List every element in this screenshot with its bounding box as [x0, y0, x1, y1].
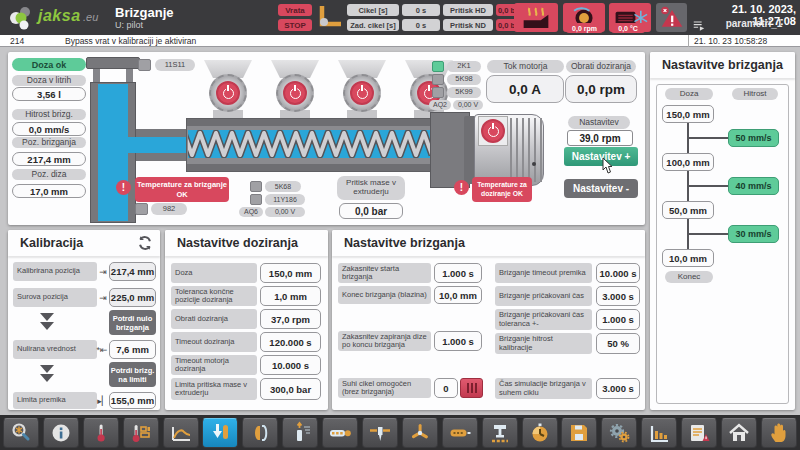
toolbar-button-clamp[interactable]: [482, 418, 518, 448]
poz-diza-value: 17,0 mm: [12, 184, 86, 198]
hitrost-kalibracije-value[interactable]: 50 %: [596, 333, 640, 354]
potrdi-limita-button[interactable]: Potrdi brizg. na limiti: [109, 362, 156, 387]
timeout-doziranja-value[interactable]: 120.000 s: [260, 332, 321, 352]
stop-button[interactable]: STOP: [278, 19, 312, 31]
temp-badge: 0,0 °C: [611, 23, 645, 33]
nastavitev-input[interactable]: 39,0 rpm: [567, 130, 633, 146]
refresh-icon[interactable]: [136, 234, 154, 252]
hopper-2-power-button[interactable]: [283, 81, 307, 105]
alarm-button[interactable]: [656, 3, 687, 32]
nastavitev-minus-button[interactable]: Nastavitev -: [564, 179, 638, 198]
heating-button[interactable]: [514, 3, 558, 32]
obrati-value[interactable]: 37,0 rpm: [260, 309, 321, 329]
doza-value[interactable]: 150,0 mm: [260, 263, 321, 283]
indicator-5k98: [432, 74, 444, 85]
toolbar-button-diagnostics[interactable]: [3, 418, 39, 448]
kalibrirana-pozicija-label: Kalibrirana pozicija: [13, 262, 97, 281]
doziranje-title: Nastavitve doziranja: [165, 230, 328, 256]
profil-hitrost-2[interactable]: 40 mm/s: [728, 177, 779, 195]
toolbar-button-temperature-zones[interactable]: [123, 418, 159, 448]
hopper-1-power-button[interactable]: [216, 81, 240, 105]
vrata-button[interactable]: Vrata: [278, 4, 312, 16]
timeout-doziranja-label: Timeout doziranja: [171, 332, 257, 352]
sensor-5k98-label: 5K98: [447, 74, 481, 85]
double-down-arrow-icon: [40, 365, 54, 382]
pricakovani-cas-label: Brizganje pričakovani čas: [495, 286, 592, 306]
aq2-label: AQ2: [429, 100, 451, 110]
injection-icon: [208, 421, 232, 445]
toolbar-button-dosing[interactable]: [282, 418, 318, 448]
toolbar-button-nozzle[interactable]: [362, 418, 398, 448]
press-curve-icon: [169, 421, 193, 445]
jaksa-logo-icon: [8, 4, 36, 31]
hopper-unit-3: [337, 58, 387, 120]
doza-v-litrih-value: 3,56 l: [12, 87, 86, 101]
toolbar-button-press-curve[interactable]: [163, 418, 199, 448]
konec-brizganja-value[interactable]: 10,0 mm: [434, 286, 482, 304]
recipe-name[interactable]: parametri_1: [712, 18, 796, 29]
rpm-badge: 0,0 rpm: [566, 23, 603, 33]
hopper-unit-2: [270, 58, 320, 120]
profil-pozicija-3[interactable]: 50,0 mm: [662, 201, 714, 219]
toolbar-button-settings[interactable]: [601, 418, 637, 448]
pritisk-nd-label: Pritisk ND: [443, 19, 493, 31]
indicator-11s11: [138, 59, 151, 71]
toleranca-value[interactable]: 1,0 mm: [260, 286, 321, 306]
suhi-cikel-toggle[interactable]: [460, 378, 483, 398]
toolbar-button-manual-mode[interactable]: [761, 418, 797, 448]
cas-toleranca-value[interactable]: 1.000 s: [596, 309, 640, 330]
profil-hitrost-1[interactable]: 50 mm/s: [728, 129, 779, 147]
indicator-5k68: [250, 181, 262, 192]
hopper-unit-1: [203, 58, 253, 120]
toolbar-button-home[interactable]: [721, 418, 757, 448]
toolbar-button-heater-band[interactable]: [442, 418, 478, 448]
branch-pipe-top: [136, 129, 188, 137]
cas-simulacije-value[interactable]: 3.000 s: [596, 378, 640, 399]
pricakovani-cas-value[interactable]: 3.000 s: [596, 286, 640, 306]
nulirana-vrednost-value[interactable]: 7,6 mm: [109, 340, 156, 359]
mold-icon: [248, 421, 272, 445]
hitrost-kalibracije-label: Brizganje hitrost kalibracije: [495, 333, 592, 354]
bottom-toolbar: [0, 415, 800, 450]
zakasnitev-zapiranja-value[interactable]: 1.000 s: [434, 331, 482, 351]
toolbar-button-temperature[interactable]: [83, 418, 119, 448]
toolbar-button-distributor[interactable]: [402, 418, 438, 448]
hopper-3-power-button[interactable]: [350, 81, 374, 105]
indicator-5k99: [432, 87, 444, 98]
pritisk-hd-label: Pritisk HD: [443, 4, 493, 16]
zakasnitev-zapiranja-label: Zakasnitev zapiranja dize po koncu brizg…: [338, 331, 431, 351]
toolbar-button-save[interactable]: [561, 418, 597, 448]
profil-pozicija-1[interactable]: 150,0 mm: [662, 105, 714, 123]
toolbar-button-injection[interactable]: [202, 418, 238, 448]
mouse-cursor: [600, 157, 614, 175]
toolbar-button-timer[interactable]: [522, 418, 558, 448]
indicator-2k1: [432, 61, 444, 72]
alarm-bar[interactable]: 214 Bypass vrat v kalibraciji je aktivir…: [0, 35, 800, 47]
toolbar-button-info[interactable]: [43, 418, 79, 448]
doza-column-header: Doza: [665, 88, 713, 100]
limita-premika-value[interactable]: 155,0 mm: [109, 392, 156, 409]
toolbar-button-alarm-list[interactable]: [681, 418, 717, 448]
timeout-motorja-value[interactable]: 10.000 s: [260, 355, 321, 375]
warning-icon: [116, 180, 131, 195]
toolbar-button-statistics[interactable]: [641, 418, 677, 448]
suhi-cikel-value: 0: [434, 378, 458, 398]
toolbar-button-extruder[interactable]: [322, 418, 358, 448]
profil-hitrost-3[interactable]: 30 mm/s: [728, 225, 779, 243]
surova-pozicija-label: Surova pozicija: [13, 288, 97, 307]
power-icon: [223, 88, 234, 99]
profil-pozicija-2[interactable]: 100,0 mm: [662, 153, 714, 171]
nozzle-icon: [368, 421, 392, 445]
extruder-screw: [188, 130, 430, 158]
timeout-premika-value[interactable]: 10.000 s: [596, 263, 640, 283]
potrdi-nulo-button[interactable]: Potrdi nulo brizganja: [109, 310, 156, 335]
temp-brizganje-badge: Temperature za brizganje OK: [135, 177, 229, 202]
profil-pozicija-4[interactable]: 10,0 mm: [662, 249, 714, 267]
toolbar-button-mold[interactable]: [242, 418, 278, 448]
power-icon: [290, 88, 301, 99]
motor-power-button[interactable]: [481, 119, 505, 143]
limita-pritiska-value[interactable]: 300,0 bar: [260, 378, 321, 400]
motor-fins: [506, 118, 542, 182]
position-in-icon: ⇥: [97, 262, 109, 281]
zakasnitev-starta-value[interactable]: 1.000 s: [434, 263, 482, 283]
